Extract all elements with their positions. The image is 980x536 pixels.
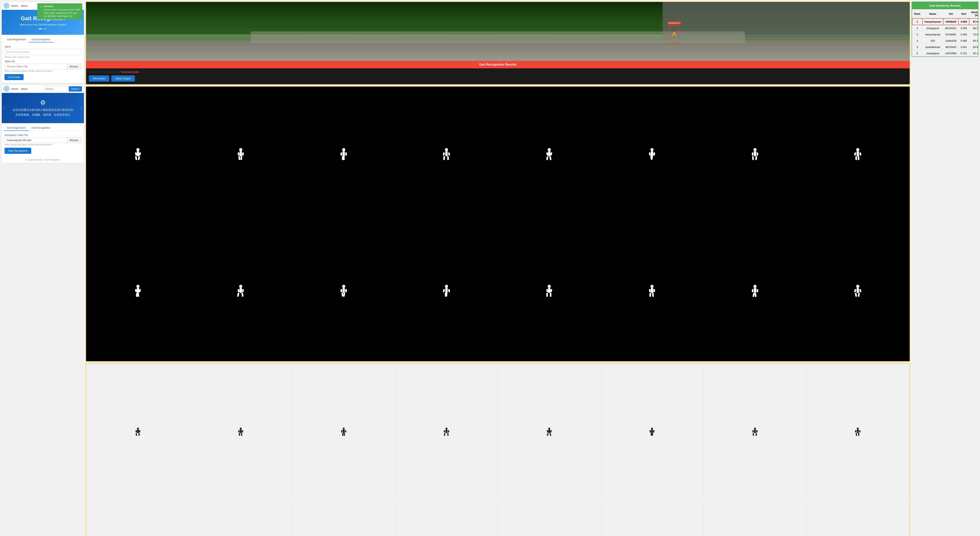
video-label: Video File xyxy=(5,60,81,63)
alpha-images-button[interactable]: Alpha Images xyxy=(111,75,135,81)
svg-rect-103 xyxy=(138,433,140,436)
svg-rect-129 xyxy=(550,430,552,433)
alpha-cell-7 xyxy=(807,364,909,501)
svg-rect-101 xyxy=(137,430,139,433)
bottom-tab-registration[interactable]: Gait Registration xyxy=(4,125,29,131)
col-vid: Vid xyxy=(943,9,959,19)
svg-rect-90 xyxy=(752,293,755,297)
video-file-row: Browse xyxy=(5,63,81,69)
name-input[interactable] xyxy=(5,49,81,55)
svg-point-70 xyxy=(445,285,448,288)
svg-rect-107 xyxy=(240,430,242,433)
bottom-hero-text-2: 具有跨视角、非接触、远距离、抗伪装等优点 xyxy=(15,113,70,117)
svg-rect-98 xyxy=(854,289,856,292)
svg-rect-26 xyxy=(443,152,445,155)
alpha-cell-11 xyxy=(395,501,498,536)
cell-vid: d514431c xyxy=(943,25,959,32)
tab-gait-recognition[interactable]: Gait Recognition xyxy=(29,37,53,43)
table-row: 4 032 1addc53d 5.580 69.337 xyxy=(912,38,978,44)
svg-rect-119 xyxy=(445,430,447,433)
hero-dot-2 xyxy=(43,29,47,29)
recog-browse-button[interactable]: Browse xyxy=(67,137,81,143)
top-nav-home[interactable]: Home xyxy=(11,4,18,7)
svg-rect-35 xyxy=(651,151,653,156)
svg-rect-7 xyxy=(138,156,140,160)
cell-name: zhangziyue xyxy=(923,50,943,57)
svg-rect-113 xyxy=(343,430,345,433)
svg-point-100 xyxy=(137,428,139,430)
svg-rect-69 xyxy=(345,289,347,292)
action-buttons: Silhouettes Alpha Images xyxy=(86,75,910,84)
svg-rect-128 xyxy=(547,430,548,433)
svg-rect-29 xyxy=(548,151,550,156)
bottom-hero-right-arrow[interactable]: › xyxy=(81,106,82,110)
svg-point-94 xyxy=(856,285,859,288)
cell-name: hanyuanyuan xyxy=(923,32,943,38)
bottom-tab-recognition[interactable]: Gait Recognition xyxy=(29,125,53,131)
cell-rank: 2 xyxy=(912,25,923,32)
save-data-button[interactable]: Save Data xyxy=(5,74,24,80)
search-button[interactable]: Search xyxy=(69,86,82,92)
col-rank: Rank xyxy=(912,9,923,19)
svg-rect-30 xyxy=(546,156,549,160)
svg-rect-122 xyxy=(444,430,445,433)
person-label: hanyuanyuan xyxy=(668,22,681,24)
svg-rect-31 xyxy=(549,156,551,160)
sil-cell-15 xyxy=(807,224,909,361)
sil-cell-6 xyxy=(704,87,806,224)
recog-file-input[interactable] xyxy=(5,137,67,143)
svg-point-106 xyxy=(240,428,242,430)
svg-rect-43 xyxy=(755,156,757,160)
cell-dist: 5.495 xyxy=(958,32,969,38)
cell-rank: 1 xyxy=(912,19,923,25)
silhouettes-panel xyxy=(86,86,910,362)
col-name: Name xyxy=(923,9,943,19)
svg-rect-53 xyxy=(137,288,139,293)
alpha-cell-0 xyxy=(87,364,189,501)
svg-rect-14 xyxy=(238,152,240,155)
toast-line-1: person name: hanyuanyuan pid: 1029 xyxy=(44,8,80,11)
svg-rect-85 xyxy=(652,293,654,297)
recognized-name: hanyuanyuan. xyxy=(121,70,140,73)
svg-rect-19 xyxy=(343,156,345,160)
toast-close-icon[interactable]: × xyxy=(80,4,81,7)
col-sim: Similarity (%) xyxy=(969,9,978,19)
svg-rect-60 xyxy=(237,293,239,297)
svg-rect-12 xyxy=(239,156,240,160)
svg-rect-108 xyxy=(239,433,240,436)
toast-line-3: vid: 60f16bd7 valid frame: 261 xyxy=(44,14,80,18)
svg-point-16 xyxy=(342,148,345,151)
hero-dots xyxy=(6,29,80,29)
alpha-cell-10 xyxy=(293,501,395,536)
browse-button[interactable]: Browse xyxy=(67,63,81,69)
svg-rect-125 xyxy=(548,430,550,433)
start-recognition-button[interactable]: Start Recognition xyxy=(5,148,31,154)
bottom-hero-left-arrow[interactable]: ‹ xyxy=(4,106,5,110)
svg-rect-117 xyxy=(345,430,346,433)
right-panel: Gait Similarity Results Rank Name Vid Di… xyxy=(912,2,978,536)
svg-point-4 xyxy=(136,148,140,151)
svg-rect-92 xyxy=(752,289,753,292)
svg-rect-121 xyxy=(447,433,449,436)
hero-subtitle: Welcome to the Gait Recognition System xyxy=(6,23,80,26)
alpha-cell-8 xyxy=(87,501,189,536)
hero-right-arrow[interactable]: › xyxy=(81,20,82,25)
svg-rect-146 xyxy=(855,430,856,433)
svg-rect-25 xyxy=(447,156,449,160)
svg-rect-86 xyxy=(649,289,651,292)
middle-panel: hanyuanyuan 🧍 Gait Recognition Results P… xyxy=(86,2,910,536)
tab-gait-registration[interactable]: Gait Registration xyxy=(4,37,29,43)
video-file-input[interactable] xyxy=(5,63,67,69)
svg-rect-127 xyxy=(550,433,551,436)
bottom-nav-about[interactable]: About xyxy=(21,87,27,90)
search-input[interactable] xyxy=(43,86,69,92)
top-nav-about[interactable]: About xyxy=(21,4,27,7)
bottom-nav-home[interactable]: Home xyxy=(11,87,18,90)
cell-vid: 67c0ef84 xyxy=(943,32,959,38)
svg-rect-137 xyxy=(754,430,756,433)
svg-rect-59 xyxy=(240,288,242,293)
hero-left-arrow[interactable]: ‹ xyxy=(4,20,5,25)
svg-rect-140 xyxy=(752,430,754,433)
silhouettes-button[interactable]: Silhouettes xyxy=(89,75,109,81)
svg-rect-93 xyxy=(757,289,758,292)
